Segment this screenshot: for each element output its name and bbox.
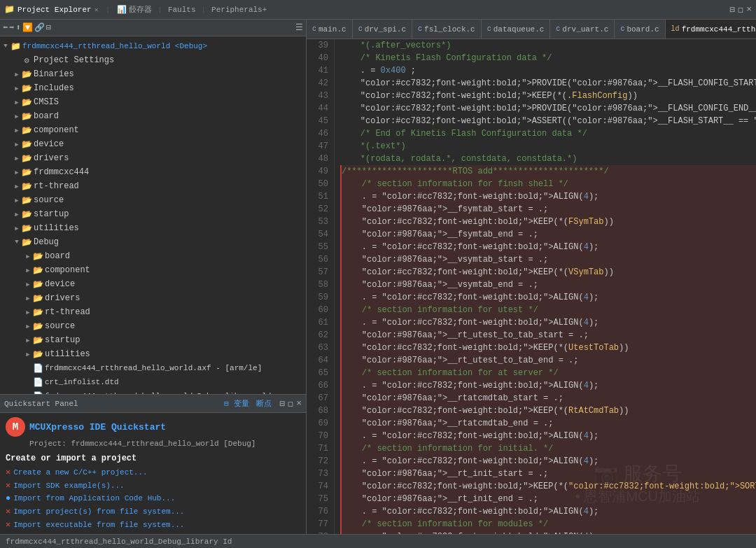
quickstart-title: M MCUXpresso IDE Quickstart bbox=[6, 417, 300, 437]
line-num: 53 bbox=[312, 216, 328, 228]
line-num: 55 bbox=[312, 241, 328, 253]
source-label: source bbox=[34, 195, 64, 205]
maximize-button[interactable]: ◻ bbox=[738, 4, 743, 15]
tree-item-debug-rtthread[interactable]: ▶ 📂 rt-thread bbox=[0, 305, 306, 319]
tree-toolbar-filter[interactable]: 🔽 bbox=[22, 22, 33, 33]
quickstart-link-new-project[interactable]: ✕ Create a new C/C++ project... bbox=[6, 466, 300, 478]
tree-item-cmsis[interactable]: ▶ 📂 CMSIS bbox=[0, 95, 306, 109]
tree-item-utilities[interactable]: ▶ 📂 utilities bbox=[0, 221, 306, 235]
tree-item-debug-source[interactable]: ▶ 📂 source bbox=[0, 319, 306, 333]
panel-tab-explorer[interactable]: 📁 Project Explorer ✕ bbox=[4, 4, 99, 15]
tree-item-debug[interactable]: ▼ 📂 Debug bbox=[0, 235, 306, 249]
tree-item-drivers[interactable]: ▶ 📂 drivers bbox=[0, 151, 306, 165]
tree-item-debug-startup[interactable]: ▶ 📂 startup bbox=[0, 333, 306, 347]
tree-item-source[interactable]: ▶ 📂 source bbox=[0, 193, 306, 207]
tree-item-frdm[interactable]: ▶ 📂 frdmmcxc444 bbox=[0, 165, 306, 179]
tree-item-component[interactable]: ▶ 📂 component bbox=[0, 123, 306, 137]
breakpoints-tab[interactable]: 断点 bbox=[256, 398, 272, 409]
tree-toolbar-up[interactable]: ⬆ bbox=[15, 22, 20, 33]
debug-board-icon: 📂 bbox=[32, 251, 43, 262]
code-area[interactable]: 3940414243444546474849505152535455565758… bbox=[307, 39, 756, 534]
editor-tab-main-c[interactable]: c main.c bbox=[307, 20, 353, 38]
code-line: "color:#9876aa;">__vsymtab_end = .; bbox=[340, 279, 756, 291]
code-line: /* section information for finsh shell *… bbox=[340, 178, 756, 190]
tree-item-includes[interactable]: ▶ 📂 Includes bbox=[0, 81, 306, 95]
tree-toolbar-collapse[interactable]: ⊟ bbox=[46, 22, 51, 33]
code-line: . = "color:#cc7832;font-weight:bold;">AL… bbox=[340, 241, 756, 253]
debug-startup-icon: 📂 bbox=[32, 335, 43, 346]
quickstart-link-import-sdk[interactable]: ✕ Import SDK example(s)... bbox=[6, 479, 300, 491]
tree-toolbar-menu[interactable]: ☰ bbox=[295, 22, 303, 33]
quickstart-link-import-project[interactable]: ✕ Import project(s) from file system... bbox=[6, 505, 300, 517]
tree-item-device[interactable]: ▶ 📂 device bbox=[0, 137, 306, 151]
startup-icon: 📂 bbox=[21, 209, 32, 220]
close-icon[interactable]: ✕ bbox=[94, 6, 99, 14]
code-line: "color:#cc7832;font-weight:bold;">KEEP(*… bbox=[340, 480, 756, 493]
tree-toolbar-back[interactable]: ⬅ bbox=[3, 22, 8, 33]
fsl-clock-icon: c bbox=[418, 25, 422, 33]
tree-toolbar-link[interactable]: 🔗 bbox=[34, 22, 45, 33]
tree-root[interactable]: ▼ 📁 frdmmcxc444_rtthread_hello_world <De… bbox=[0, 39, 306, 53]
code-line: "color:#cc7832;font-weight:bold;">KEEP(*… bbox=[340, 266, 756, 279]
crt-icon: 📄 bbox=[32, 377, 43, 388]
line-num: 59 bbox=[312, 291, 328, 304]
debug-device-icon: 📂 bbox=[32, 279, 43, 290]
tree-item-debug-board[interactable]: ▶ 📂 board bbox=[0, 249, 306, 263]
code-line: /* section information for utest */ bbox=[340, 304, 756, 316]
utilities-label: utilities bbox=[34, 223, 79, 233]
code-line: . = "color:#cc7832;font-weight:bold;">AL… bbox=[340, 531, 756, 534]
line-num: 67 bbox=[312, 392, 328, 405]
tree-item-startup[interactable]: ▶ 📂 startup bbox=[0, 207, 306, 221]
tree-toolbar-forward[interactable]: ➡ bbox=[9, 22, 14, 33]
tree-item-axf[interactable]: 📄 frdmmcxc444_rtthread_hello_world.axf -… bbox=[0, 361, 306, 375]
tree-item-debug-drivers[interactable]: ▶ 📂 drivers bbox=[0, 291, 306, 305]
variables-tab[interactable]: ⊟ 变量 bbox=[224, 398, 248, 409]
panel-header-actions: ⊟ ◻ × bbox=[730, 4, 752, 15]
board-icon: 📂 bbox=[21, 111, 32, 122]
tree-item-debug-component[interactable]: ▶ 📂 component bbox=[0, 263, 306, 277]
tree-item-binaries[interactable]: ▶ 📂 Binaries bbox=[0, 67, 306, 81]
editor-tab-fsl-clock-c[interactable]: c fsl_clock.c bbox=[412, 20, 482, 38]
editor-tab-drv-uart-c[interactable]: c drv_uart.c bbox=[550, 20, 615, 38]
panel-tab-registers[interactable]: 📊 䕧存器 bbox=[117, 4, 152, 15]
panel-tab-peripherals[interactable]: Peripherals+ bbox=[211, 6, 267, 14]
crt-label: crt_infolist.dtd bbox=[45, 378, 119, 386]
code-line: . = "color:#cc7832;font-weight:bold;">AL… bbox=[340, 379, 756, 392]
editor-tab-board-c[interactable]: c board.c bbox=[615, 20, 665, 38]
tree-item-project-settings[interactable]: ⚙ Project Settings bbox=[0, 53, 306, 67]
code-line: *(.text*) bbox=[340, 140, 756, 153]
tree-item-debug-utilities[interactable]: ▶ 📂 utilities bbox=[0, 347, 306, 361]
close-panel-button[interactable]: × bbox=[746, 4, 752, 15]
quickstart-minimize[interactable]: ⊟ bbox=[280, 398, 286, 409]
frdm-label: frdmmcxc444 bbox=[34, 167, 89, 177]
tree-item-rtthread[interactable]: ▶ 📂 rt-thread bbox=[0, 179, 306, 193]
tree-item-debug-device[interactable]: ▶ 📂 device bbox=[0, 277, 306, 291]
panel-tab-faults[interactable]: Faults bbox=[168, 6, 196, 14]
minimize-button[interactable]: ⊟ bbox=[730, 4, 736, 15]
root-arrow[interactable]: ▼ bbox=[1, 43, 10, 50]
debug-source-label: source bbox=[45, 321, 75, 331]
code-line: "color:#cc7832;font-weight:bold;">KEEP(*… bbox=[340, 216, 756, 228]
editor-tab-dataqueue-c[interactable]: c dataqueue.c bbox=[482, 20, 551, 38]
editor-tab-drv-spi-c[interactable]: c drv_spi.c bbox=[353, 20, 412, 38]
main-c-icon: c bbox=[312, 25, 316, 33]
quickstart-close[interactable]: × bbox=[296, 398, 302, 409]
includes-label: Includes bbox=[34, 83, 74, 93]
tree-item-crt[interactable]: 📄 crt_infolist.dtd bbox=[0, 375, 306, 389]
line-num: 39 bbox=[312, 39, 328, 52]
tree-item-board[interactable]: ▶ 📂 board bbox=[0, 109, 306, 123]
code-line: "color:#9876aa;">__rt_utest_to_tab_end =… bbox=[340, 354, 756, 367]
quickstart-app-name: MCUXpresso IDE Quickstart bbox=[29, 422, 166, 433]
debug-rtthread-icon: 📂 bbox=[32, 307, 43, 318]
quickstart-link-app-code-hub[interactable]: ● Import from Application Code Hub... bbox=[6, 493, 300, 504]
line-num: 64 bbox=[312, 354, 328, 367]
quickstart-link-import-exe[interactable]: ✕ Import executable from file system... bbox=[6, 519, 300, 531]
line-num: 77 bbox=[312, 518, 328, 531]
code-line: "color:#9876aa;">__fsymtab_start = .; bbox=[340, 203, 756, 216]
line-num: 69 bbox=[312, 417, 328, 430]
code-line: "color:#cc7832;font-weight:bold;">KEEP(*… bbox=[340, 90, 756, 102]
tree-item-library-ld[interactable]: 📄 frdmmcxc444_rtthread_hello_world_Debug… bbox=[0, 389, 306, 394]
editor-tab-frdm-ld[interactable]: ld frdmmcxc444_rtthread_... bbox=[666, 20, 756, 39]
code-line: "color:#cc7832;font-weight:bold;">ASSERT… bbox=[340, 115, 756, 127]
quickstart-maximize[interactable]: ◻ bbox=[288, 398, 293, 409]
